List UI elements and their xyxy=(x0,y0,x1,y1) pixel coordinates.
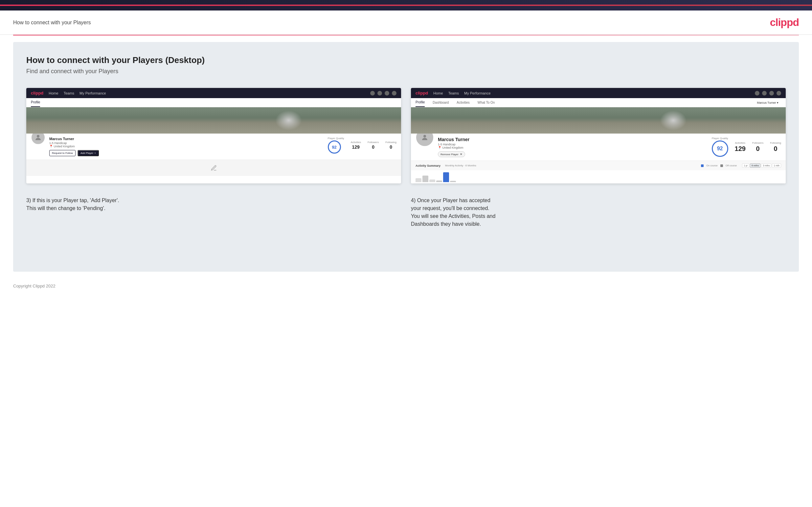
mock-nav-icons-right xyxy=(755,91,781,96)
followers-value-left: 0 xyxy=(367,145,379,150)
remove-x-icon: ✕ xyxy=(460,153,462,156)
mock-nav-home-left: Home xyxy=(49,91,58,95)
quality-circle-left: 92 xyxy=(328,140,341,154)
caption-left: 3) If this is your Player tap, 'Add Play… xyxy=(26,193,401,228)
activity-legend: On course Off course xyxy=(701,164,737,167)
activities-label-left: Activities xyxy=(351,141,361,144)
stat-activities-left: Activities 129 xyxy=(351,141,361,150)
svg-point-1 xyxy=(423,135,426,137)
mock-tabs-left: Profile xyxy=(26,98,401,107)
captions-row: 3) If this is your Player tap, 'Add Play… xyxy=(26,193,786,228)
page-title: How to connect with your Players (Deskto… xyxy=(26,55,786,65)
chart-bar-2 xyxy=(422,176,428,182)
mock-nav-home-right: Home xyxy=(433,91,443,95)
footer: Copyright Clippd 2022 xyxy=(0,278,812,294)
legend-off-course-label: Off course xyxy=(726,164,737,167)
stat-quality-right: Player Quality 92 xyxy=(712,137,728,157)
clippd-logo: clippd xyxy=(770,16,799,29)
quality-circle-right: 92 xyxy=(712,140,728,157)
time-btn-3mths[interactable]: 3 mths xyxy=(761,163,771,168)
request-follow-button[interactable]: Request to Follow xyxy=(49,150,75,156)
svg-point-0 xyxy=(37,135,39,137)
following-label-right: Following xyxy=(770,142,781,145)
mock-logo-left: clippd xyxy=(31,91,43,96)
search-icon-right xyxy=(755,91,759,96)
mock-buttons-right: Remove Player ✕ xyxy=(438,151,708,157)
mock-profile-area-left: Marcus Turner 1-5 Handicap 📍 United King… xyxy=(26,133,401,160)
mock-banner-inner-right xyxy=(411,107,786,133)
tab-activities-right[interactable]: Activities xyxy=(457,99,469,107)
header: How to connect with your Players clippd xyxy=(0,10,812,35)
breadcrumb: How to connect with your Players xyxy=(13,20,91,25)
header-divider xyxy=(13,35,799,36)
chart-bar-3 xyxy=(429,179,435,182)
followers-value-right: 0 xyxy=(752,145,763,153)
mock-banner-left xyxy=(26,107,401,133)
main-content: How to connect with your Players (Deskto… xyxy=(13,42,799,272)
time-btn-1mth[interactable]: 1 mth xyxy=(772,163,781,168)
avatar-icon-right xyxy=(421,133,429,142)
screenshots-row: clippd Home Teams My Performance Profile xyxy=(26,88,786,183)
caption-left-text: 3) If this is your Player tap, 'Add Play… xyxy=(26,196,401,212)
tab-profile-right[interactable]: Profile xyxy=(415,98,425,107)
page-subtitle: Find and connect with your Players xyxy=(26,68,786,75)
mock-nav-teams-right: Teams xyxy=(448,91,459,95)
tab-what-to-on-right[interactable]: What To On xyxy=(477,99,495,107)
screenshot-right: clippd Home Teams My Performance Profile… xyxy=(411,88,786,183)
time-buttons: 1 yr 6 mths 3 mths 1 mth xyxy=(742,163,781,168)
player-dropdown[interactable]: Marcus Turner ▾ xyxy=(754,100,781,106)
mock-nav-perf-right: My Performance xyxy=(464,91,491,95)
mock-nav-teams-left: Teams xyxy=(64,91,74,95)
time-btn-6mths[interactable]: 6 mths xyxy=(750,163,761,168)
legend-on-course-dot xyxy=(701,164,704,167)
activities-value-right: 129 xyxy=(735,145,746,153)
mock-buttons-left: Request to Follow Add Player + xyxy=(49,150,324,156)
mock-activity-bar: Activity Summary Monthly Activity · 6 Mo… xyxy=(411,161,786,170)
player-name-left: Marcus Turner xyxy=(49,137,324,141)
followers-label-left: Followers xyxy=(367,141,379,144)
mock-banner-right xyxy=(411,107,786,133)
add-icon: + xyxy=(94,152,96,155)
mock-stats-right: Player Quality 92 Activities 129 Followe… xyxy=(712,137,781,157)
stat-followers-left: Followers 0 xyxy=(367,141,379,150)
settings-icon-right xyxy=(769,91,774,96)
tab-profile-left[interactable]: Profile xyxy=(31,98,40,107)
search-icon-left xyxy=(370,91,375,96)
stat-followers-right: Followers 0 xyxy=(752,142,763,153)
stat-activities-right: Activities 129 xyxy=(735,142,746,153)
mock-profile-details-left: Marcus Turner 1-5 Handicap 📍 United King… xyxy=(49,137,324,156)
user-icon-left xyxy=(377,91,382,96)
tab-dashboard-right[interactable]: Dashboard xyxy=(433,99,449,107)
mock-nav-perf-left: My Performance xyxy=(80,91,106,95)
player-name-right: Marcus Turner xyxy=(438,137,708,142)
mock-profile-area-right: Marcus Turner 1-5 Handicap 📍 United King… xyxy=(411,133,786,161)
profile-icon-right xyxy=(776,91,781,96)
profile-icon-left xyxy=(392,91,397,96)
time-btn-1yr[interactable]: 1 yr xyxy=(742,163,749,168)
mock-profile-details-right: Marcus Turner 1-5 Handicap 📍 United King… xyxy=(438,137,708,157)
mock-banner-inner-left xyxy=(26,107,401,133)
activities-value-left: 129 xyxy=(351,145,361,150)
stat-quality-left: Player Quality 92 xyxy=(328,137,344,154)
avatar-icon-left xyxy=(34,133,42,142)
chart-bar-1 xyxy=(415,178,421,182)
chart-bar-5 xyxy=(443,172,449,182)
chart-bar-4 xyxy=(436,180,442,182)
activity-summary-title: Activity Summary xyxy=(415,164,441,167)
activity-summary-subtitle: Monthly Activity · 6 Months xyxy=(445,164,476,167)
mock-stats-left: Player Quality 92 Activities 129 Followe… xyxy=(328,137,397,154)
mock-tabs-right: Profile Dashboard Activities What To On … xyxy=(411,98,786,107)
remove-player-button[interactable]: Remove Player ✕ xyxy=(438,151,465,157)
following-label-left: Following xyxy=(385,141,397,144)
player-handicap-left: 1-5 Handicap xyxy=(49,142,324,145)
stat-following-left: Following 0 xyxy=(385,141,397,150)
legend-off-course-dot xyxy=(720,164,723,167)
add-player-button[interactable]: Add Player + xyxy=(78,150,99,156)
player-location-left: 📍 United Kingdom xyxy=(49,145,324,148)
activities-label-right: Activities xyxy=(735,142,746,145)
top-bar xyxy=(0,0,812,10)
user-icon-right xyxy=(762,91,767,96)
stat-following-right: Following 0 xyxy=(770,142,781,153)
following-value-left: 0 xyxy=(385,145,397,150)
mock-pen-area xyxy=(26,160,401,176)
